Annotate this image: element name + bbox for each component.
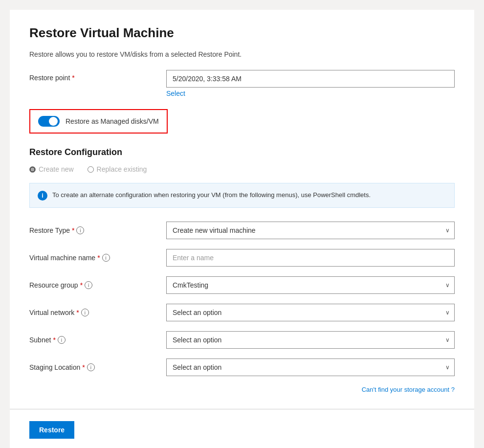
control-virtual-network: Select an option∨ — [166, 304, 455, 321]
select-virtual-network[interactable]: Select an option — [166, 304, 455, 321]
label-vm-name: Virtual machine name *i — [29, 254, 166, 262]
label-subnet: Subnet *i — [29, 336, 166, 344]
select-staging-location[interactable]: Select an option — [166, 358, 455, 376]
control-subnet: Select an option∨ — [166, 331, 455, 349]
info-circle-icon: i — [38, 191, 47, 201]
select-subnet[interactable]: Select an option — [166, 331, 455, 349]
select-restore-point-link[interactable]: Select — [166, 90, 455, 97]
label-resource-group: Resource group *i — [29, 281, 166, 289]
control-resource-group: CmkTesting∨ — [166, 276, 455, 294]
bottom-divider — [10, 409, 474, 409]
restore-configuration-section: Restore Configuration Create new Replace… — [29, 147, 455, 393]
select-wrapper-restore-type: Create new virtual machine∨ — [166, 222, 455, 239]
required-star: * — [72, 74, 74, 82]
restore-point-control: 5/20/2020, 3:33:58 AM Select — [166, 70, 455, 97]
select-restore-type[interactable]: Create new virtual machine — [166, 222, 455, 239]
label-staging-location: Staging Location *i — [29, 363, 166, 371]
field-row-subnet: Subnet *iSelect an option∨ — [29, 331, 455, 349]
restore-point-label: Restore point * — [29, 70, 166, 82]
select-wrapper-resource-group: CmkTesting∨ — [166, 276, 455, 294]
select-wrapper-subnet: Select an option∨ — [166, 331, 455, 349]
cant-find-link-container: Can't find your storage account ? — [29, 386, 455, 393]
restore-button[interactable]: Restore — [29, 421, 74, 439]
fields-container: Restore Type *iCreate new virtual machin… — [29, 222, 455, 376]
control-staging-location: Select an option∨ — [166, 358, 455, 376]
field-row-staging-location: Staging Location *iSelect an option∨ — [29, 358, 455, 376]
restore-point-row: Restore point * 5/20/2020, 3:33:58 AM Se… — [29, 70, 455, 97]
info-banner: i To create an alternate configuration w… — [29, 183, 455, 208]
radio-create-new-input[interactable] — [29, 166, 36, 173]
info-banner-text: To create an alternate configuration whe… — [52, 190, 371, 200]
field-row-vm-name: Virtual machine name *i — [29, 249, 455, 267]
restore-point-value: 5/20/2020, 3:33:58 AM — [166, 70, 455, 88]
radio-replace-existing[interactable]: Replace existing — [88, 165, 147, 173]
info-icon-vm-name[interactable]: i — [102, 254, 110, 262]
field-row-resource-group: Resource group *iCmkTesting∨ — [29, 276, 455, 294]
select-wrapper-staging-location: Select an option∨ — [166, 358, 455, 376]
info-icon-staging-location[interactable]: i — [87, 363, 95, 371]
info-icon-subnet[interactable]: i — [58, 336, 66, 344]
toggle-label: Restore as Managed disks/VM — [66, 117, 159, 125]
radio-replace-existing-label: Replace existing — [97, 165, 147, 173]
info-icon-resource-group[interactable]: i — [85, 281, 92, 289]
page-description: Restore allows you to restore VM/disks f… — [29, 50, 455, 58]
radio-replace-existing-input[interactable] — [88, 166, 94, 173]
cant-find-storage-link[interactable]: Can't find your storage account ? — [362, 386, 455, 393]
info-icon-restore-type[interactable]: i — [76, 226, 84, 234]
toggle-switch[interactable] — [38, 116, 60, 127]
page-title: Restore Virtual Machine — [29, 25, 455, 41]
toggle-slider — [38, 116, 60, 127]
radio-create-new-label: Create new — [39, 165, 74, 173]
toggle-section[interactable]: Restore as Managed disks/VM — [29, 109, 168, 134]
label-restore-type: Restore Type *i — [29, 226, 166, 234]
section-title: Restore Configuration — [29, 147, 455, 157]
control-restore-type: Create new virtual machine∨ — [166, 222, 455, 239]
select-resource-group[interactable]: CmkTesting — [166, 276, 455, 294]
radio-group: Create new Replace existing — [29, 165, 455, 173]
input-vm-name[interactable] — [166, 249, 455, 267]
label-virtual-network: Virtual network *i — [29, 309, 166, 316]
info-icon-virtual-network[interactable]: i — [81, 309, 89, 316]
field-row-restore-type: Restore Type *iCreate new virtual machin… — [29, 222, 455, 239]
control-vm-name — [166, 249, 455, 267]
page-container: Restore Virtual Machine Restore allows y… — [10, 10, 474, 448]
field-row-virtual-network: Virtual network *iSelect an option∨ — [29, 304, 455, 321]
radio-create-new[interactable]: Create new — [29, 165, 74, 173]
select-wrapper-virtual-network: Select an option∨ — [166, 304, 455, 321]
